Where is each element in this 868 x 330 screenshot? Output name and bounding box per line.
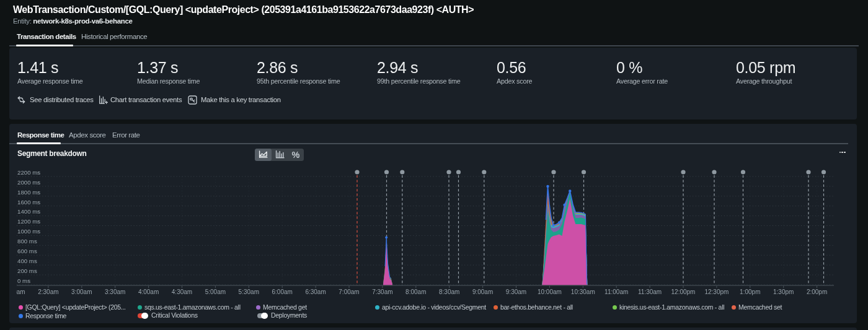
svg-text:10:00am: 10:00am <box>538 289 562 295</box>
svg-text:5:30am: 5:30am <box>239 289 259 295</box>
svg-text:6:30am: 6:30am <box>305 289 326 295</box>
svg-text:11:30am: 11:30am <box>638 289 662 295</box>
svg-text:1400 ms: 1400 ms <box>17 208 40 215</box>
svg-text:2:00am: 2:00am <box>4 289 25 295</box>
svg-text:1800 ms: 1800 ms <box>17 189 40 196</box>
svg-text:12:30pm: 12:30pm <box>704 289 728 295</box>
svg-text:200 ms: 200 ms <box>17 267 37 274</box>
svg-text:5:00am: 5:00am <box>205 289 226 295</box>
svg-text:1200 ms: 1200 ms <box>17 218 40 225</box>
svg-text:1600 ms: 1600 ms <box>17 199 40 206</box>
svg-text:10:30am: 10:30am <box>571 289 595 295</box>
svg-text:2200 ms: 2200 ms <box>17 169 40 176</box>
svg-text:7:30am: 7:30am <box>372 289 392 295</box>
svg-text:6:00am: 6:00am <box>272 289 293 295</box>
svg-text:4:00am: 4:00am <box>138 289 159 295</box>
svg-text:2:00pm: 2:00pm <box>807 289 827 295</box>
svg-text:4:30am: 4:30am <box>172 289 192 295</box>
svg-text:3:30am: 3:30am <box>105 289 125 295</box>
svg-text:2:30am: 2:30am <box>38 289 58 295</box>
svg-text:9:00am: 9:00am <box>472 289 493 295</box>
svg-text:600 ms: 600 ms <box>17 248 37 254</box>
svg-text:3:00am: 3:00am <box>71 289 92 295</box>
svg-text:800 ms: 800 ms <box>17 238 37 245</box>
svg-text:400 ms: 400 ms <box>17 258 37 264</box>
svg-text:7:00am: 7:00am <box>339 289 359 295</box>
svg-text:1:30pm: 1:30pm <box>773 289 794 295</box>
svg-text:8:00am: 8:00am <box>405 289 426 295</box>
svg-text:1000 ms: 1000 ms <box>17 228 40 235</box>
svg-text:12:00pm: 12:00pm <box>671 289 696 295</box>
svg-text:9:30am: 9:30am <box>506 289 526 295</box>
svg-text:0 ms: 0 ms <box>17 277 30 284</box>
svg-text:11:00am: 11:00am <box>604 289 628 295</box>
svg-text:8:30am: 8:30am <box>439 289 459 295</box>
svg-text:2000 ms: 2000 ms <box>17 179 40 186</box>
svg-text:1:00pm: 1:00pm <box>740 289 760 295</box>
